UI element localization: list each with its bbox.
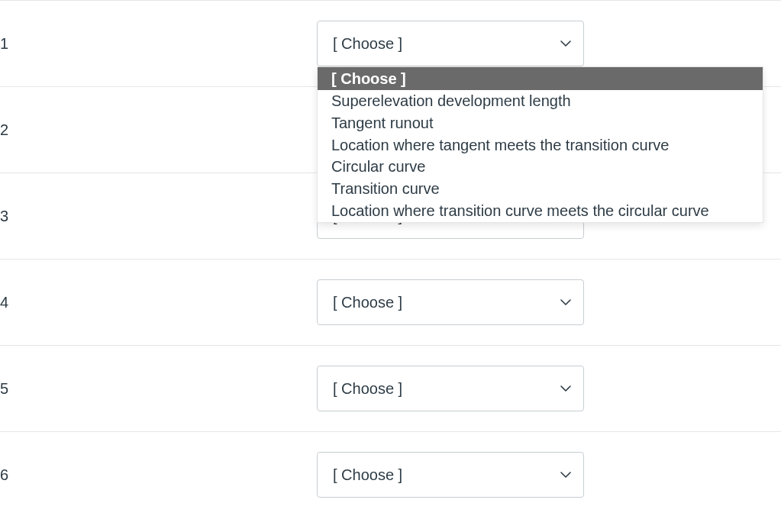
select-value: [ Choose ]: [333, 466, 402, 484]
row-label: 5: [0, 346, 317, 432]
matching-row-6: 6 [ Choose ]: [0, 432, 781, 518]
chevron-down-icon: [560, 297, 571, 308]
row-label: 2: [0, 87, 317, 173]
select-value: [ Choose ]: [333, 294, 402, 311]
row-label: 4: [0, 260, 317, 346]
chevron-down-icon: [560, 383, 571, 394]
row-label: 6: [0, 432, 317, 518]
matching-row-1: 1 [ Choose ] [ Choose ] Superelevation d…: [0, 1, 781, 87]
answer-select-1[interactable]: [ Choose ]: [317, 21, 584, 66]
dropdown-option[interactable]: Superelevation development length: [318, 90, 763, 112]
chevron-down-icon: [560, 469, 571, 480]
dropdown-option[interactable]: Location where transition curve meets th…: [318, 200, 763, 222]
matching-row-4: 4 [ Choose ]: [0, 260, 781, 346]
dropdown-option[interactable]: Transition curve: [318, 178, 763, 200]
row-label: 3: [0, 173, 317, 260]
answer-select-5[interactable]: [ Choose ]: [317, 366, 584, 411]
dropdown-option[interactable]: Location where tangent meets the transit…: [318, 134, 763, 156]
matching-row-5: 5 [ Choose ]: [0, 346, 781, 432]
answer-select-4[interactable]: [ Choose ]: [317, 279, 584, 325]
dropdown-option[interactable]: Tangent runout: [318, 112, 763, 134]
answer-dropdown-1[interactable]: [ Choose ] Superelevation development le…: [317, 66, 763, 223]
chevron-down-icon: [560, 38, 571, 49]
select-value: [ Choose ]: [333, 380, 402, 398]
dropdown-option[interactable]: [ Choose ]: [318, 67, 763, 90]
select-value: [ Choose ]: [333, 35, 402, 53]
answer-select-6[interactable]: [ Choose ]: [317, 452, 584, 498]
matching-question-table: 1 [ Choose ] [ Choose ] Superelevation d…: [0, 0, 781, 517]
dropdown-option[interactable]: Circular curve: [318, 156, 763, 178]
row-label: 1: [0, 1, 317, 87]
